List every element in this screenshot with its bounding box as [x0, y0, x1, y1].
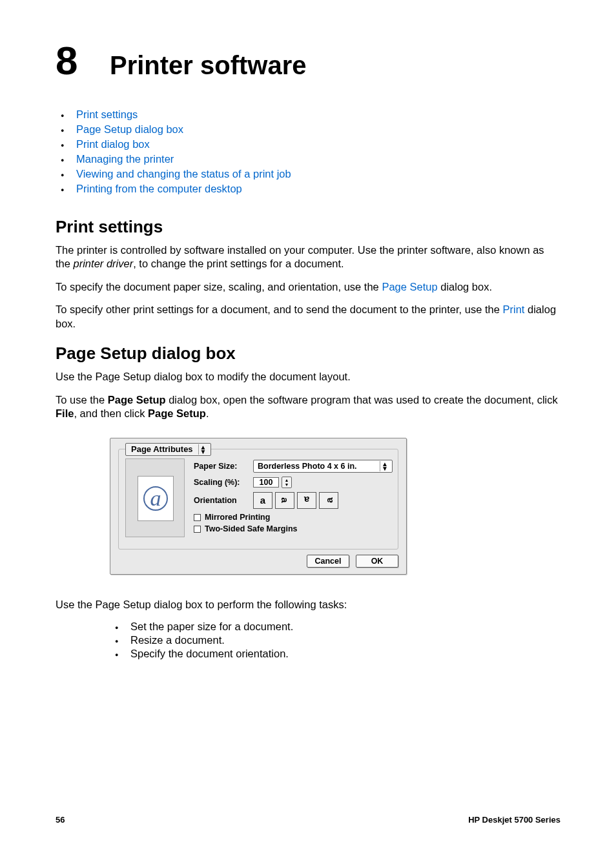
- bold-term: Page Setup: [108, 394, 166, 406]
- at-symbol-icon: a: [143, 486, 168, 511]
- toc-link-desktop[interactable]: Printing from the computer desktop: [76, 183, 242, 194]
- paragraph: Use the Page Setup dialog box to modify …: [56, 370, 560, 384]
- toc-item: Viewing and changing the status of a pri…: [56, 168, 560, 180]
- chapter-title: Printer software: [110, 51, 307, 80]
- paragraph: The printer is controlled by software in…: [56, 243, 560, 271]
- updown-arrows-icon: ▲▼: [198, 444, 208, 455]
- task-list: Set the paper size for a document. Resiz…: [110, 621, 560, 660]
- dialog-button-row: Cancel OK: [110, 550, 406, 574]
- text: To specify other print settings for a do…: [56, 303, 503, 315]
- paper-size-select[interactable]: Borderless Photo 4 x 6 in. ▲▼: [253, 460, 393, 473]
- mirrored-label: Mirrored Printing: [205, 513, 270, 522]
- section-heading-page-setup: Page Setup dialog box: [56, 344, 560, 364]
- paragraph: To specify other print settings for a do…: [56, 303, 560, 331]
- ok-button[interactable]: OK: [356, 555, 398, 568]
- scaling-input[interactable]: 100: [253, 477, 279, 488]
- paper-size-value: Borderless Photo 4 x 6 in.: [258, 462, 357, 471]
- chevron-down-icon: ▼: [285, 482, 289, 487]
- task-item: Set the paper size for a document.: [110, 621, 560, 633]
- page-footer: 56 HP Deskjet 5700 Series: [56, 815, 560, 825]
- orientation-landscape-cw-button[interactable]: a: [275, 492, 294, 509]
- twosided-checkbox[interactable]: [194, 526, 201, 533]
- toc-link-page-setup[interactable]: Page Setup dialog box: [76, 123, 183, 135]
- chevron-up-icon: ▲: [285, 478, 289, 482]
- tab-label: Page Attributes: [131, 444, 193, 454]
- task-item: Resize a document.: [110, 634, 560, 646]
- orientation-landscape-ccw-button[interactable]: a: [319, 492, 338, 509]
- product-name: HP Deskjet 5700 Series: [468, 815, 560, 825]
- mirrored-checkbox[interactable]: [194, 514, 201, 521]
- toc-link-print-settings[interactable]: Print settings: [76, 108, 138, 120]
- paragraph: Use the Page Setup dialog box to perform…: [56, 598, 560, 611]
- text: , to change the print settings for a doc…: [133, 258, 344, 269]
- letter-a-icon: a: [280, 497, 291, 502]
- letter-a-icon: a: [304, 495, 309, 506]
- task-item: Specify the document orientation.: [110, 648, 560, 660]
- letter-a-icon: a: [260, 495, 265, 506]
- toc-list: Print settings Page Setup dialog box Pri…: [56, 108, 560, 195]
- toc-link-managing[interactable]: Managing the printer: [76, 153, 174, 165]
- paper-size-label: Paper Size:: [194, 462, 253, 471]
- toc-item: Print dialog box: [56, 138, 560, 150]
- dialog-tabpanel: Page Attributes ▲▼ a Paper Size: Borderl…: [118, 449, 398, 550]
- page-preview: a: [125, 458, 185, 537]
- inline-link-print[interactable]: Print: [503, 303, 525, 315]
- twosided-label: Two-Sided Safe Margins: [205, 524, 298, 533]
- text: To specify the document paper size, scal…: [56, 281, 382, 293]
- orientation-portrait-button[interactable]: a: [253, 492, 272, 509]
- text: To use the: [56, 394, 108, 406]
- scaling-label: Scaling (%):: [194, 478, 253, 487]
- italic-term: printer driver: [74, 258, 134, 269]
- bold-term: File: [56, 407, 74, 419]
- toc-item: Printing from the computer desktop: [56, 183, 560, 195]
- section-heading-print-settings: Print settings: [56, 217, 560, 237]
- paragraph: To use the Page Setup dialog box, open t…: [56, 393, 560, 421]
- toc-item: Page Setup dialog box: [56, 123, 560, 136]
- page-setup-dialog: Page Attributes ▲▼ a Paper Size: Borderl…: [110, 438, 407, 575]
- inline-link-page-setup[interactable]: Page Setup: [382, 281, 437, 293]
- toc-item: Print settings: [56, 108, 560, 121]
- orientation-label: Orientation: [194, 496, 253, 505]
- paper-size-row: Paper Size: Borderless Photo 4 x 6 in. ▲…: [194, 460, 393, 473]
- toc-link-print-dialog[interactable]: Print dialog box: [76, 138, 150, 150]
- toc-item: Managing the printer: [56, 153, 560, 165]
- updown-arrows-icon: ▲▼: [380, 461, 389, 471]
- scaling-stepper[interactable]: ▲▼: [282, 477, 292, 488]
- bold-term: Page Setup: [148, 407, 206, 419]
- letter-a-icon: a: [323, 497, 334, 502]
- cancel-button[interactable]: Cancel: [307, 555, 349, 568]
- page-number: 56: [56, 815, 65, 825]
- paragraph: To specify the document paper size, scal…: [56, 280, 560, 294]
- text: .: [206, 407, 209, 419]
- toc-link-status[interactable]: Viewing and changing the status of a pri…: [76, 168, 291, 180]
- text: dialog box, open the software program th…: [166, 394, 558, 406]
- tab-dropdown[interactable]: Page Attributes ▲▼: [125, 443, 211, 456]
- orientation-portrait-flip-button[interactable]: a: [297, 492, 316, 509]
- text: dialog box.: [438, 281, 492, 293]
- scaling-row: Scaling (%): 100 ▲▼: [194, 477, 393, 488]
- chapter-number: 8: [56, 43, 110, 79]
- preview-page-icon: a: [138, 476, 174, 521]
- chapter-header: 8 Printer software: [56, 43, 560, 80]
- orientation-row: Orientation a a a a: [194, 492, 393, 509]
- text: , and then click: [74, 407, 148, 419]
